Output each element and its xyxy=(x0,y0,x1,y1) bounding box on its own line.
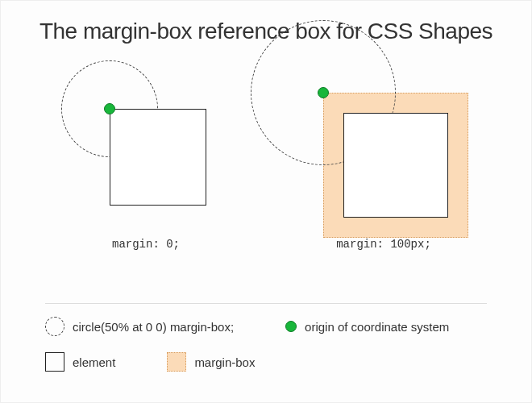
legend-item-origin: origin of coordinate system xyxy=(285,320,449,334)
square-icon xyxy=(45,352,64,372)
diagram-title: The margin-box reference box for CSS Sha… xyxy=(1,1,531,44)
legend-item-shape: circle(50% at 0 0) margin-box; xyxy=(45,317,234,336)
origin-dot-icon xyxy=(104,103,115,114)
legend-row-1: circle(50% at 0 0) margin-box; origin of… xyxy=(45,317,487,336)
legend: circle(50% at 0 0) margin-box; origin of… xyxy=(45,317,487,388)
caption-left: margin: 0; xyxy=(53,238,239,251)
element-box xyxy=(110,109,206,206)
divider xyxy=(45,303,487,304)
margin-box-icon xyxy=(167,352,186,372)
dashed-circle-icon xyxy=(45,317,64,336)
legend-marginbox-text: margin-box xyxy=(194,355,255,369)
element-box xyxy=(343,113,448,218)
legend-item-element: element xyxy=(45,352,115,372)
legend-origin-text: origin of coordinate system xyxy=(305,320,449,334)
diagram-stage: margin: 0; margin: 100px; xyxy=(1,44,531,278)
legend-row-2: element margin-box xyxy=(45,352,487,372)
legend-shape-text: circle(50% at 0 0) margin-box; xyxy=(73,320,234,334)
origin-dot-icon xyxy=(285,321,297,332)
legend-element-text: element xyxy=(73,355,115,369)
legend-item-marginbox: margin-box xyxy=(167,352,255,372)
caption-right: margin: 100px; xyxy=(279,238,488,251)
origin-dot-icon xyxy=(318,87,329,98)
